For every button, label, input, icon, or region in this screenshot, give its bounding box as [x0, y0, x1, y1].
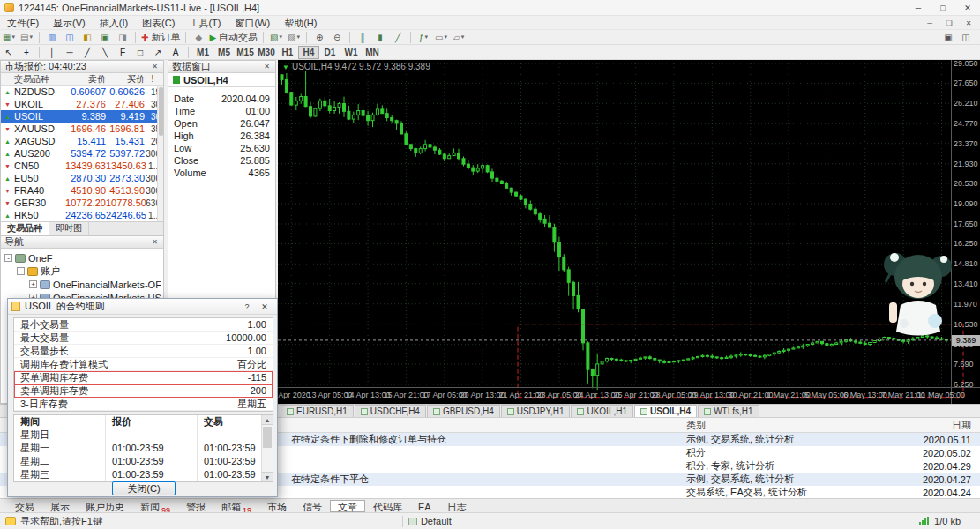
- periods-icon[interactable]: ▭▾: [433, 31, 449, 44]
- market-watch-row-aus200[interactable]: ▲AUS2005394.725397.72300: [1, 147, 163, 160]
- market-watch-row-fra40[interactable]: ▼FRA404510.904513.90300: [1, 184, 163, 197]
- zoom-out-icon[interactable]: ⊖: [329, 31, 345, 44]
- metaeditor-icon[interactable]: ◆: [191, 31, 206, 44]
- dialog-help-button[interactable]: ?: [238, 301, 256, 313]
- collapse-icon[interactable]: -: [17, 267, 25, 275]
- scroll-up-icon[interactable]: ▲: [262, 415, 273, 425]
- navigator-tree-item[interactable]: -OneF: [3, 251, 161, 264]
- dialog-close-button[interactable]: 关闭(C): [112, 481, 176, 495]
- shapes-icon[interactable]: □: [132, 46, 148, 59]
- market-watch-row-nzdusd[interactable]: ▲NZDUSD0.606070.6062619: [1, 86, 163, 98]
- minimize-button[interactable]: ─: [906, 0, 931, 16]
- new-order-button[interactable]: ✚新订单: [140, 31, 181, 44]
- market-watch-tab-tick-chart[interactable]: 即时图: [49, 222, 89, 235]
- menu-item[interactable]: 文件(F): [0, 16, 46, 30]
- crosshair-icon[interactable]: +: [19, 46, 34, 59]
- col-bid[interactable]: 卖价: [62, 73, 106, 86]
- navigator-icon[interactable]: ◧: [79, 31, 95, 44]
- toolbox-tab-新闻[interactable]: 新闻99: [132, 500, 178, 512]
- toolbox-col-category[interactable]: 类别: [679, 419, 917, 432]
- child-minimize-button[interactable]: ─: [920, 16, 939, 30]
- fibonacci-icon[interactable]: F: [115, 46, 131, 59]
- candlestick-chart[interactable]: [278, 60, 980, 404]
- strategy-tester-icon[interactable]: ◨: [115, 31, 131, 44]
- arrow-tool-icon[interactable]: ↗: [150, 46, 166, 59]
- toolbox-tab-市场[interactable]: 市场: [259, 500, 295, 512]
- menu-item[interactable]: 工具(T): [182, 16, 228, 30]
- market-watch-row-eu50[interactable]: ▲EU502870.302873.30300: [1, 172, 163, 184]
- cursor-icon[interactable]: ↖: [1, 46, 17, 59]
- menu-item[interactable]: 显示(V): [46, 16, 93, 30]
- templates-icon[interactable]: ▱▾: [451, 31, 467, 44]
- col-spread[interactable]: !: [145, 74, 161, 84]
- market-watch-row-hk50[interactable]: ▲HK5024236.6524246.651...: [1, 209, 163, 221]
- profiles-icon[interactable]: ▨▾: [286, 31, 302, 44]
- market-watch-row-usoil[interactable]: ▲USOIL9.3899.41930: [1, 110, 163, 123]
- chart-tab-eurusd-h1[interactable]: EURUSD,H1: [281, 405, 354, 417]
- market-watch-close-icon[interactable]: ✕: [150, 63, 160, 71]
- chart-tab-usdjpy-h1[interactable]: USDJPY,H1: [501, 405, 571, 417]
- chart-tab-gbpusd-h4[interactable]: GBPUSD,H4: [427, 405, 500, 417]
- timeframe-button-d1[interactable]: D1: [319, 46, 340, 59]
- terminal-icon[interactable]: ▣: [97, 31, 113, 44]
- dialog-title-bar[interactable]: USOIL 的合约细则 ? ✕: [8, 299, 277, 315]
- status-profile[interactable]: Default: [421, 516, 452, 526]
- scroll-thumb[interactable]: [263, 427, 272, 448]
- chart-tab-wti-fs-h1[interactable]: WTI.fs,H1: [698, 405, 759, 417]
- data-window-header[interactable]: 数据窗口 ✕: [168, 61, 275, 73]
- window-cascade-icon[interactable]: ▣: [940, 31, 956, 44]
- toolbox-tab-日志[interactable]: 日志: [439, 500, 475, 512]
- timeframe-button-h1[interactable]: H1: [277, 46, 298, 59]
- menu-item[interactable]: 窗口(W): [228, 16, 277, 30]
- menu-item[interactable]: 插入(I): [93, 16, 135, 30]
- navigator-tree-item[interactable]: +OneFinancialMarkets-OFM-Demo: [3, 278, 161, 291]
- data-window-icon[interactable]: ◫: [62, 31, 78, 44]
- chart-tab-usoil-h4[interactable]: USOIL,H4: [634, 405, 697, 417]
- channel-icon[interactable]: ╲: [97, 46, 113, 59]
- child-restore-button[interactable]: ❏: [939, 16, 959, 30]
- market-watch-row-xauusd[interactable]: ▼XAUUSD1696.461696.8135: [1, 123, 163, 135]
- market-watch-scrollbar[interactable]: [157, 86, 163, 221]
- timeframe-button-w1[interactable]: W1: [340, 46, 362, 59]
- toolbox-tab-警报[interactable]: 警报: [178, 500, 213, 512]
- candle-chart-icon[interactable]: ▮: [372, 31, 388, 44]
- chart-window-icon[interactable]: ▦▾: [1, 31, 17, 44]
- timeframe-button-m1[interactable]: M1: [192, 46, 213, 59]
- data-window-close-icon[interactable]: ✕: [262, 63, 272, 71]
- toolbox-tab-信号[interactable]: 信号: [295, 500, 330, 512]
- navigator-tree-item[interactable]: -账户: [3, 264, 161, 278]
- navigator-close-icon[interactable]: ✕: [150, 238, 160, 246]
- market-watch-row-ukoil[interactable]: ▼UKOIL27.37627.40630: [1, 98, 163, 110]
- trendline-icon[interactable]: ╱: [79, 46, 95, 59]
- child-close-button[interactable]: ✕: [959, 16, 978, 30]
- schedule-scrollbar[interactable]: ▲ ▼: [261, 415, 273, 481]
- toolbox-col-date[interactable]: 日期: [917, 419, 980, 432]
- chart-tab-ukoil-h1[interactable]: UKOIL,H1: [571, 405, 633, 417]
- timeframe-button-m5[interactable]: M5: [213, 46, 235, 59]
- vertical-line-icon[interactable]: │: [44, 46, 60, 59]
- toolbox-tab-展示[interactable]: 展示: [42, 500, 78, 512]
- market-watch-row-cn50[interactable]: ▼CN5013439.6313450.631...: [1, 160, 163, 172]
- scroll-down-icon[interactable]: ▼: [262, 472, 273, 481]
- indicators-icon[interactable]: ƒ▾: [415, 31, 431, 44]
- toolbox-tab-文章[interactable]: 文章: [330, 500, 365, 512]
- menu-item[interactable]: 帮助(H): [277, 16, 324, 30]
- toolbox-tab-交易[interactable]: 交易: [7, 500, 42, 512]
- timeframe-button-m30[interactable]: M30: [256, 46, 277, 59]
- expand-icon[interactable]: +: [29, 280, 37, 288]
- autotrading-button[interactable]: ▶自动交易: [208, 31, 258, 44]
- maximize-button[interactable]: □: [931, 0, 955, 16]
- market-watch-tab-symbols[interactable]: 交易品种: [1, 222, 49, 235]
- market-watch-row-xagusd[interactable]: ▲XAGUSD15.41115.43120: [1, 135, 163, 147]
- toolbox-tab-邮箱[interactable]: 邮箱19: [213, 500, 259, 512]
- timeframe-button-m15[interactable]: M15: [235, 46, 256, 59]
- timeframe-button-h4[interactable]: H4: [298, 46, 319, 59]
- timeframe-button-mn[interactable]: MN: [362, 46, 383, 59]
- toolbox-tab-账户历史[interactable]: 账户历史: [78, 500, 132, 512]
- line-chart-icon[interactable]: ╱: [390, 31, 406, 44]
- new-chart-icon[interactable]: ▧▾: [268, 31, 284, 44]
- toolbox-tab-代码库[interactable]: 代码库: [365, 500, 410, 512]
- collapse-icon[interactable]: -: [4, 254, 12, 262]
- window-tile-icon[interactable]: ◫: [958, 31, 974, 44]
- navigator-header[interactable]: 导航 ✕: [1, 236, 163, 249]
